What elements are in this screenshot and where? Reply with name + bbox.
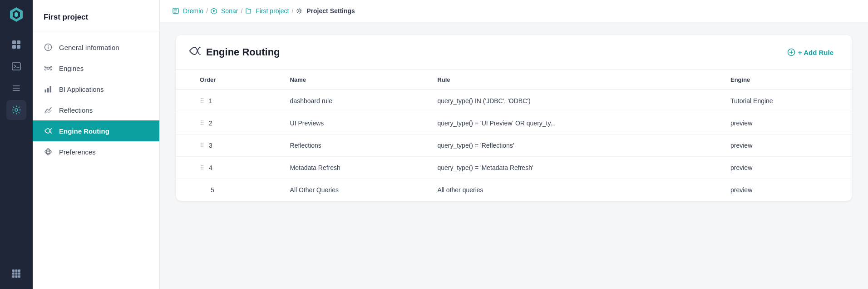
sidebar-item-label: BI Applications [59, 85, 104, 93]
svg-rect-16 [12, 273, 15, 275]
svg-point-27 [50, 66, 52, 68]
cell-name: Reflections [281, 135, 429, 157]
card-header: Engine Routing + Add Rule [176, 35, 852, 70]
table-row[interactable]: ⠿1dashboard rulequery_type() IN ('JDBC',… [176, 90, 852, 112]
svg-rect-36 [50, 86, 52, 93]
col-name: Name [281, 70, 429, 90]
svg-rect-18 [18, 273, 20, 275]
cell-rule: query_type() = 'Metadata Refresh' [428, 157, 721, 179]
svg-rect-3 [12, 40, 16, 44]
cell-name: UI Previews [281, 112, 429, 135]
cell-name: Metadata Refresh [281, 157, 429, 179]
breadcrumb-sonar[interactable]: Sonar [211, 7, 238, 15]
cell-order: 5 [176, 179, 281, 201]
drag-handle[interactable]: ⠿ [200, 164, 204, 171]
sidebar-item-label: Engine Routing [59, 127, 109, 135]
icon-bar [0, 0, 33, 289]
sidebar-item-label: General Information [59, 44, 119, 51]
svg-point-25 [47, 67, 49, 70]
sidebar-title: First project [33, 0, 159, 31]
svg-rect-4 [17, 40, 20, 44]
svg-rect-15 [18, 269, 20, 272]
content-area: Engine Routing + Add Rule Order Name [160, 22, 868, 289]
svg-rect-13 [12, 269, 15, 272]
grid-nav-icon[interactable] [6, 35, 26, 55]
cell-rule: query_type() = 'Reflections' [428, 135, 721, 157]
cell-name: dashboard rule [281, 90, 429, 112]
col-engine: Engine [721, 70, 852, 90]
svg-rect-35 [47, 88, 49, 93]
svg-point-24 [48, 45, 49, 46]
card-title: Engine Routing [189, 45, 280, 60]
svg-rect-17 [15, 273, 18, 275]
general-information-icon [44, 43, 53, 52]
svg-point-46 [298, 10, 301, 12]
sidebar-item-bi-applications[interactable]: BI Applications [33, 79, 159, 100]
sidebar-item-engine-routing[interactable]: Engine Routing [33, 120, 159, 141]
reflections-icon [44, 105, 53, 115]
engine-routing-icon [44, 126, 53, 135]
svg-rect-7 [12, 63, 20, 70]
svg-rect-6 [17, 45, 20, 49]
table-row[interactable]: ⠿4Metadata Refreshquery_type() = 'Metada… [176, 157, 852, 179]
sidebar-nav: General Information Engines [33, 31, 159, 285]
svg-point-45 [213, 10, 215, 12]
engines-icon [44, 64, 53, 73]
cell-order: ⠿1 [176, 90, 281, 112]
sidebar-item-reflections[interactable]: Reflections [33, 100, 159, 120]
sidebar-item-engines[interactable]: Engines [33, 58, 159, 79]
col-order: Order [176, 70, 281, 90]
cell-rule: All other queries [428, 179, 721, 201]
breadcrumb-sep-1: / [206, 7, 208, 15]
drag-handle[interactable]: ⠿ [200, 142, 204, 149]
bi-applications-icon [44, 85, 53, 94]
breadcrumb-first-project[interactable]: First project [245, 7, 289, 15]
sidebar-item-general-information[interactable]: General Information [33, 37, 159, 58]
table-row[interactable]: ⠿3Reflectionsquery_type() = 'Reflections… [176, 135, 852, 157]
svg-rect-5 [12, 45, 16, 49]
settings-nav-icon[interactable] [6, 100, 26, 120]
sidebar-item-label: Engines [59, 65, 84, 72]
cell-order: ⠿2 [176, 112, 281, 135]
svg-rect-14 [15, 269, 18, 272]
svg-rect-21 [18, 275, 20, 278]
preferences-icon [44, 147, 53, 156]
col-rule: Rule [428, 70, 721, 90]
svg-point-29 [50, 69, 52, 70]
cell-rule: query_type() IN ('JDBC', 'ODBC') [428, 90, 721, 112]
engine-routing-title-icon [189, 45, 201, 60]
sidebar-item-preferences[interactable]: Preferences [33, 141, 159, 162]
add-rule-button[interactable]: + Add Rule [782, 45, 839, 59]
cell-engine: preview [721, 157, 852, 179]
apps-nav-icon[interactable] [6, 264, 26, 284]
svg-point-26 [45, 66, 46, 68]
cell-name: All Other Queries [281, 179, 429, 201]
table-row[interactable]: 5All Other QueriesAll other queriesprevi… [176, 179, 852, 201]
breadcrumb-dremio[interactable]: Dremio [173, 7, 203, 15]
engine-routing-table: Order Name Rule Engine ⠿1dashboard ruleq… [176, 70, 852, 201]
svg-rect-20 [15, 275, 18, 278]
cell-rule: query_type() = 'UI Preview' OR query_ty.… [428, 112, 721, 135]
cell-order: ⠿3 [176, 135, 281, 157]
cell-order: ⠿4 [176, 157, 281, 179]
sidebar: First project General Information [33, 0, 160, 289]
engine-routing-card: Engine Routing + Add Rule Order Name [176, 35, 852, 201]
breadcrumb-sep-2: / [241, 7, 242, 15]
breadcrumb-sep-3: / [291, 7, 293, 15]
drag-handle[interactable]: ⠿ [200, 97, 204, 105]
breadcrumb-project-settings[interactable]: Project Settings [296, 7, 355, 15]
table-row[interactable]: ⠿2UI Previewsquery_type() = 'UI Preview'… [176, 112, 852, 135]
terminal-nav-icon[interactable] [6, 56, 26, 76]
svg-rect-34 [45, 90, 47, 93]
svg-point-28 [45, 69, 46, 70]
cell-engine: preview [721, 135, 852, 157]
breadcrumb: Dremio / Sonar / First project / Project… [160, 0, 868, 22]
svg-point-12 [15, 109, 18, 111]
drag-handle[interactable]: ⠿ [200, 120, 204, 127]
list-nav-icon[interactable] [6, 78, 26, 98]
logo [7, 5, 25, 24]
cell-engine: Tutorial Engine [721, 90, 852, 112]
cell-engine: preview [721, 179, 852, 201]
svg-rect-19 [12, 275, 15, 278]
cell-engine: preview [721, 112, 852, 135]
